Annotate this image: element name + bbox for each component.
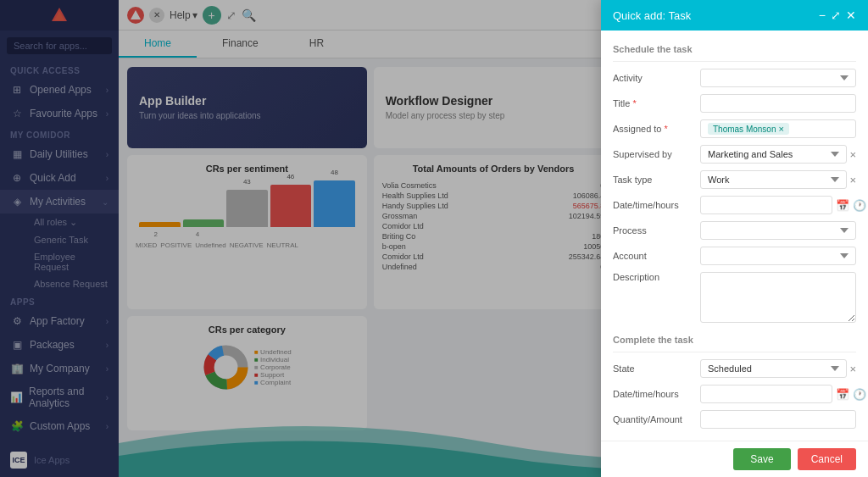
state-row: State Scheduled × — [613, 359, 856, 378]
state-select[interactable]: Scheduled — [700, 359, 847, 378]
datetime-label: Date/time/hours — [613, 200, 693, 210]
date-input[interactable]: 25/01/2022 — [700, 196, 832, 214]
supervised-by-label: Supervised by — [613, 149, 693, 159]
title-input[interactable] — [700, 94, 856, 113]
schedule-section-title: Schedule the task — [613, 39, 856, 62]
quick-add-modal: Quick add: Task − ⤢ ✕ Schedule the task … — [601, 0, 868, 477]
modal-overlay: Quick add: Task − ⤢ ✕ Schedule the task … — [0, 0, 868, 477]
modal-header: Quick add: Task − ⤢ ✕ — [601, 0, 868, 31]
description-label: Description — [613, 272, 693, 282]
supervised-by-clear-button[interactable]: × — [849, 148, 856, 161]
save-button[interactable]: Save — [733, 448, 790, 470]
supervised-by-row: Supervised by Marketing and Sales × — [613, 145, 856, 164]
complete-time-icon[interactable]: 🕐 — [853, 388, 866, 401]
quantity-input[interactable] — [700, 410, 856, 429]
state-container: Scheduled × — [700, 359, 856, 378]
description-row: Description — [613, 272, 856, 323]
complete-datetime-label: Date/time/hours — [613, 389, 693, 399]
title-row: Title — [613, 94, 856, 113]
modal-body: Schedule the task Activity Title Assigne… — [601, 31, 868, 441]
quantity-row: Quantity/Amount — [613, 410, 856, 429]
description-textarea[interactable] — [700, 272, 856, 323]
complete-calendar-icon[interactable]: 📅 — [836, 388, 849, 401]
state-clear-button[interactable]: × — [849, 363, 856, 375]
complete-date-input[interactable] — [700, 385, 832, 403]
assigned-to-tag: Thomas Monson × — [708, 123, 789, 135]
datetime-input-group: 25/01/2022 📅 🕐 — [700, 196, 866, 214]
assigned-to-label: Assigned to — [613, 124, 693, 134]
activity-select[interactable] — [700, 69, 856, 87]
complete-datetime-input-group: 📅 🕐 — [700, 385, 866, 403]
account-select[interactable] — [700, 247, 856, 265]
process-select[interactable] — [700, 221, 856, 240]
process-row: Process — [613, 221, 856, 240]
modal-expand-button[interactable]: ⤢ — [831, 8, 841, 22]
modal-title: Quick add: Task — [613, 9, 691, 22]
supervised-by-select[interactable]: Marketing and Sales — [700, 145, 847, 164]
modal-minimize-button[interactable]: − — [819, 8, 826, 22]
task-type-clear-button[interactable]: × — [849, 174, 856, 186]
modal-close-button[interactable]: ✕ — [846, 8, 856, 22]
assigned-to-tag-input: Thomas Monson × — [700, 119, 856, 138]
datetime-row: Date/time/hours 25/01/2022 📅 🕐 — [613, 196, 856, 214]
activity-label: Activity — [613, 73, 693, 83]
account-label: Account — [613, 251, 693, 261]
activity-row: Activity — [613, 69, 856, 87]
time-icon[interactable]: 🕐 — [853, 199, 866, 212]
assigned-to-row: Assigned to Thomas Monson × — [613, 119, 856, 138]
tag-remove-button[interactable]: × — [778, 124, 783, 134]
quantity-label: Quantity/Amount — [613, 414, 693, 424]
supervised-by-container: Marketing and Sales × — [700, 145, 856, 164]
task-type-row: Task type Work × — [613, 170, 856, 189]
assigned-to-tag-value: Thomas Monson — [713, 125, 776, 134]
state-label: State — [613, 363, 693, 374]
task-type-select[interactable]: Work — [700, 170, 847, 189]
cancel-button[interactable]: Cancel — [798, 448, 856, 470]
process-label: Process — [613, 225, 693, 236]
complete-datetime-row: Date/time/hours 📅 🕐 — [613, 385, 856, 403]
calendar-icon[interactable]: 📅 — [836, 199, 849, 212]
account-row: Account — [613, 247, 856, 265]
title-label: Title — [613, 98, 693, 108]
task-type-label: Task type — [613, 175, 693, 185]
modal-footer: Save Cancel — [601, 441, 868, 477]
complete-section-title: Complete the task — [613, 330, 856, 352]
task-type-container: Work × — [700, 170, 856, 189]
